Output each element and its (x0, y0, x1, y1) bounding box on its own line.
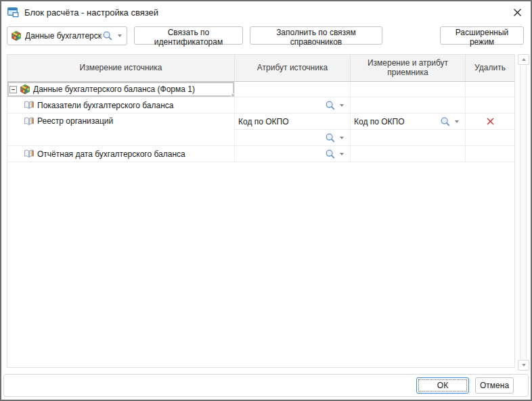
row-label: Отчётная дата бухгалтерского баланса (37, 149, 185, 159)
cell-r4-delete (466, 130, 514, 146)
cell-r2-delete (466, 97, 514, 114)
source-selector-value: Данные бухгалтерског (25, 31, 102, 41)
ok-button[interactable]: ОК (416, 377, 469, 394)
caret-down-icon (340, 137, 344, 139)
header-source-attribute: Атрибут источника (235, 55, 351, 81)
delete-cross-icon[interactable] (486, 117, 495, 126)
cell-r5-delete (466, 146, 514, 162)
titlebar: Блок расчёта - настройка связей (1, 1, 531, 23)
magnifier-icon (325, 100, 336, 111)
cell-r3-source[interactable]: Реестр организаций (7, 114, 235, 146)
cell-r1-delete (466, 82, 514, 97)
cell-r1-source-attribute (235, 82, 351, 97)
links-grid: Измерение источника Атрибут источника Из… (7, 54, 515, 368)
advanced-mode-button[interactable]: Расширенный режим (440, 26, 524, 45)
cell-value: Код по ОКПО (238, 117, 289, 126)
scroll-down-icon[interactable] (518, 360, 529, 371)
form-window-icon (7, 7, 19, 18)
olap-cube-icon (11, 30, 22, 41)
footer-panel: ОК Отмена (3, 374, 529, 397)
link-by-identifiers-button[interactable]: Связать по идентификаторам (134, 26, 243, 45)
magnifier-icon (102, 30, 113, 41)
grid-header: Измерение источника Атрибут источника Из… (7, 55, 514, 82)
open-book-icon (24, 116, 35, 126)
cell-selection-handle[interactable] (231, 93, 235, 97)
caret-down-icon (118, 34, 122, 37)
open-book-icon (24, 100, 35, 110)
cell-r1-source[interactable]: Данные бухгалтерского баланса (Форма 1) (7, 82, 235, 97)
scrollbar-track[interactable] (520, 66, 527, 359)
collapse-expander-icon[interactable] (9, 86, 17, 93)
cell-value: Код по ОКПО (354, 117, 405, 126)
cell-r3-source-attribute[interactable]: Код по ОКПО (235, 114, 351, 130)
row-label: Данные бухгалтерского баланса (Форма 1) (33, 85, 195, 94)
olap-cube-icon (20, 84, 30, 95)
cell-r2-source-attribute[interactable] (235, 97, 351, 114)
vertical-scrollbar[interactable] (517, 54, 530, 371)
cell-r4-source-attribute[interactable] (235, 130, 351, 146)
magnifier-icon (325, 149, 336, 160)
cell-r3-delete[interactable] (466, 114, 514, 130)
fill-by-dictionary-links-button[interactable]: Заполнить по связям справочников (250, 26, 382, 45)
cancel-button[interactable]: Отмена (475, 377, 514, 394)
row-label: Показатели бухгалтерского баланса (37, 101, 173, 110)
caret-down-icon (340, 104, 344, 107)
toolbar: Данные бухгалтерског Связать по идентифи… (1, 26, 531, 45)
cell-r1-target (351, 82, 466, 97)
open-book-icon (24, 149, 35, 159)
source-selector[interactable]: Данные бухгалтерског (7, 26, 127, 45)
dialog-window: Блок расчёта - настройка связей (0, 0, 532, 401)
scroll-up-icon[interactable] (518, 54, 529, 65)
magnifier-icon (440, 116, 451, 127)
cell-r5-source-attribute[interactable] (235, 146, 351, 162)
cell-r2-source[interactable]: Показатели бухгалтерского баланса (7, 97, 235, 114)
cell-r2-target (351, 97, 466, 114)
cell-r3-target[interactable]: Код по ОКПО (351, 114, 466, 130)
caret-down-icon (340, 153, 344, 156)
magnifier-icon (325, 133, 336, 143)
header-target-dimension-attribute: Измерение и атрибут приемника (351, 55, 466, 81)
cell-r4-target (351, 130, 466, 146)
header-delete: Удалить (466, 55, 514, 81)
close-icon[interactable] (511, 6, 523, 18)
row-label: Реестр организаций (37, 116, 113, 126)
header-source-dimension: Измерение источника (7, 55, 235, 81)
cell-r5-source[interactable]: Отчётная дата бухгалтерского баланса (7, 146, 235, 162)
caret-down-icon (455, 120, 459, 123)
dialog-title: Блок расчёта - настройка связей (24, 7, 158, 18)
cell-r5-target (351, 146, 466, 162)
grid-body: Данные бухгалтерского баланса (Форма 1) (7, 82, 514, 162)
